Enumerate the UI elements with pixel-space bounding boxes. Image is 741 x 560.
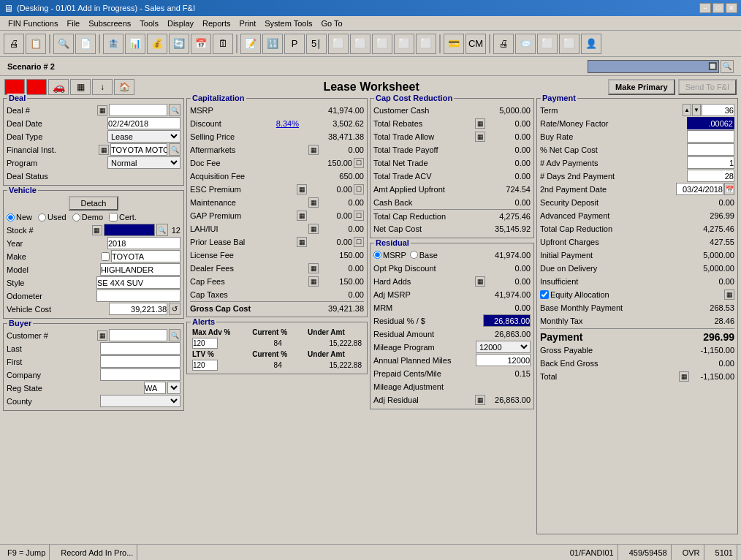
days-2nd-input[interactable] bbox=[687, 170, 734, 182]
odometer-input[interactable] bbox=[96, 290, 180, 302]
vehicle-cost-refresh-btn[interactable]: ↺ bbox=[169, 303, 180, 315]
discount-pct[interactable]: 8.34% bbox=[270, 119, 299, 128]
toolbar-btn-5[interactable]: 🏦 bbox=[103, 34, 123, 54]
program-select[interactable]: Normal bbox=[107, 156, 180, 169]
toolbar-btn-10[interactable]: 🗓 bbox=[213, 34, 233, 54]
adj-residual-grid-icon[interactable]: ▦ bbox=[475, 395, 485, 405]
residual-base-radio[interactable] bbox=[410, 251, 418, 259]
trade-allow-grid-icon[interactable]: ▦ bbox=[475, 132, 485, 142]
toolbar-btn-16[interactable]: ⬜ bbox=[350, 34, 370, 54]
gap-grid-icon[interactable]: ▦ bbox=[297, 211, 307, 221]
deal-type-select[interactable]: Lease bbox=[107, 130, 180, 143]
minimize-button[interactable]: − bbox=[699, 3, 711, 13]
vehicle-demo-radio[interactable] bbox=[72, 213, 80, 222]
toolbar-btn-23[interactable]: 📨 bbox=[515, 34, 536, 54]
menu-print[interactable]: Print bbox=[235, 18, 261, 29]
buy-rate-input[interactable] bbox=[687, 130, 734, 143]
rebates-grid-icon[interactable]: ▦ bbox=[475, 118, 485, 129]
equity-alloc-checkbox[interactable] bbox=[540, 290, 549, 299]
payment-date-input[interactable] bbox=[676, 183, 723, 195]
last-input[interactable] bbox=[100, 342, 180, 355]
toolbar-btn-8[interactable]: 🔄 bbox=[169, 34, 189, 54]
menu-file[interactable]: File bbox=[62, 18, 84, 29]
close-button[interactable]: ✕ bbox=[726, 3, 737, 13]
toolbar-btn-13[interactable]: P bbox=[284, 34, 305, 54]
year-input[interactable] bbox=[107, 237, 180, 249]
county-select[interactable] bbox=[100, 395, 180, 407]
alerts-max-input-1[interactable] bbox=[192, 338, 218, 349]
toolbar-btn-4[interactable]: 📄 bbox=[75, 34, 96, 54]
residual-msrp-radio-label[interactable]: MSRP bbox=[373, 251, 406, 260]
icon-red2[interactable] bbox=[26, 79, 47, 95]
icon-car[interactable]: 🚗 bbox=[48, 79, 69, 95]
make-checkbox[interactable] bbox=[101, 252, 110, 261]
stock-search-btn[interactable]: 🔍 bbox=[156, 224, 168, 236]
menu-reports[interactable]: Reports bbox=[198, 18, 235, 29]
company-input[interactable] bbox=[100, 368, 180, 381]
deal-date-input[interactable] bbox=[107, 117, 180, 129]
toolbar-btn-17[interactable]: ⬜ bbox=[372, 34, 392, 54]
net-cap-pct-input[interactable] bbox=[687, 143, 734, 156]
deal-num-search-btn[interactable]: 🔍 bbox=[169, 104, 180, 116]
style-input[interactable] bbox=[96, 276, 180, 289]
reg-state-dropdown[interactable]: ▼ bbox=[167, 382, 180, 394]
toolbar-btn-20[interactable]: 💳 bbox=[444, 34, 464, 54]
term-down-btn[interactable]: ▼ bbox=[692, 104, 701, 116]
make-input[interactable] bbox=[111, 250, 180, 262]
toolbar-btn-24[interactable]: ⬜ bbox=[537, 34, 558, 54]
toolbar-btn-3[interactable]: 🔍 bbox=[53, 34, 74, 54]
reg-state-input[interactable] bbox=[144, 382, 166, 394]
customer-search-btn[interactable]: 🔍 bbox=[169, 329, 180, 341]
rate-input[interactable] bbox=[687, 117, 734, 129]
vehicle-cost-input[interactable] bbox=[109, 303, 167, 315]
menu-tools[interactable]: Tools bbox=[135, 18, 163, 29]
deal-num-grid-icon[interactable]: ▦ bbox=[97, 105, 107, 116]
menu-display[interactable]: Display bbox=[163, 18, 198, 29]
vehicle-cert-checkbox-label[interactable]: Cert. bbox=[109, 213, 137, 222]
menu-system-tools[interactable]: System Tools bbox=[260, 18, 316, 29]
send-fni-button[interactable]: Send To F&I bbox=[678, 79, 737, 95]
residual-pct-input[interactable] bbox=[483, 314, 531, 327]
residual-base-radio-label[interactable]: Base bbox=[410, 251, 438, 260]
detach-button[interactable]: Detach bbox=[69, 196, 119, 211]
alerts-max-input-2[interactable] bbox=[192, 360, 218, 371]
toolbar-btn-18[interactable]: ⬜ bbox=[394, 34, 414, 54]
toolbar-btn-11[interactable]: 📝 bbox=[240, 34, 261, 54]
toolbar-btn-19[interactable]: ⬜ bbox=[416, 34, 436, 54]
vehicle-used-radio[interactable] bbox=[38, 213, 46, 222]
gap-check[interactable]: ☐ bbox=[354, 211, 364, 221]
vehicle-new-radio-label[interactable]: New bbox=[7, 213, 32, 222]
maximize-button[interactable]: □ bbox=[712, 3, 724, 13]
model-input[interactable] bbox=[100, 263, 180, 276]
cap-fees-grid-icon[interactable]: ▦ bbox=[308, 276, 319, 287]
make-primary-button[interactable]: Make Primary bbox=[608, 79, 675, 95]
toolbar-btn-12[interactable]: 🔢 bbox=[262, 34, 283, 54]
aftermarkets-grid-icon[interactable]: ▦ bbox=[308, 145, 319, 155]
residual-msrp-radio[interactable] bbox=[373, 251, 381, 259]
menu-fin-functions[interactable]: FIN Functions bbox=[4, 18, 62, 29]
toolbar-btn-25[interactable]: ⬜ bbox=[559, 34, 580, 54]
doc-fee-check[interactable]: ☐ bbox=[354, 158, 364, 168]
toolbar-btn-14[interactable]: 5∣ bbox=[306, 34, 327, 54]
vehicle-demo-radio-label[interactable]: Demo bbox=[72, 213, 103, 222]
customer-grid-icon[interactable]: ▦ bbox=[97, 330, 107, 341]
toolbar-btn-6[interactable]: 📊 bbox=[125, 34, 145, 54]
icon-arrow[interactable]: ↓ bbox=[92, 79, 113, 95]
prior-lease-check[interactable]: ☐ bbox=[354, 237, 364, 247]
scenario-search-button[interactable]: 🔍 bbox=[721, 60, 734, 73]
stock-input[interactable] bbox=[104, 224, 155, 236]
toolbar-btn-9[interactable]: 📅 bbox=[191, 34, 211, 54]
esc-check[interactable]: ☐ bbox=[354, 184, 364, 194]
total-grid-icon[interactable]: ▦ bbox=[679, 371, 689, 382]
fin-inst-input[interactable] bbox=[110, 143, 167, 156]
hard-adds-grid-icon[interactable]: ▦ bbox=[475, 276, 485, 287]
toolbar-btn-7[interactable]: 💰 bbox=[147, 34, 167, 54]
first-input[interactable] bbox=[100, 355, 180, 368]
prior-lease-grid-icon[interactable]: ▦ bbox=[297, 237, 307, 247]
deal-num-input[interactable] bbox=[109, 104, 167, 116]
mileage-prog-select[interactable]: 12000 bbox=[476, 341, 531, 353]
menu-subscreens[interactable]: Subscreens bbox=[84, 18, 135, 29]
annual-miles-input[interactable] bbox=[476, 354, 531, 366]
toolbar-btn-1[interactable]: 🖨 bbox=[4, 34, 24, 54]
payment-date-cal-btn[interactable]: 📅 bbox=[724, 183, 734, 195]
